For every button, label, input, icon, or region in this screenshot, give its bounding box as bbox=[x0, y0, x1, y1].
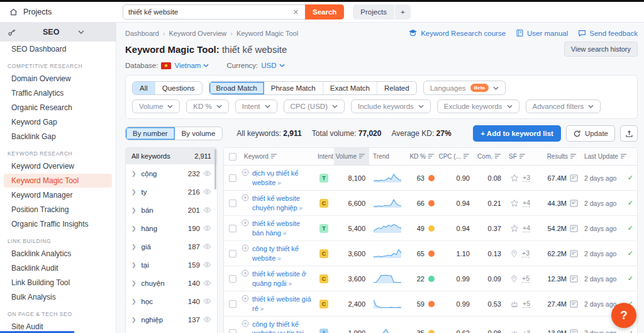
search-input[interactable] bbox=[128, 8, 292, 16]
row-checkbox[interactable] bbox=[229, 300, 236, 308]
add-keyword-icon[interactable] bbox=[242, 194, 249, 201]
serp-icon[interactable] bbox=[570, 225, 578, 232]
filter-dropdown-intent[interactable]: Intent bbox=[235, 99, 277, 113]
keyword-cell[interactable]: công ty thiết kế website uy tín tại tphc… bbox=[240, 317, 314, 333]
sf-count[interactable]: +3 bbox=[523, 174, 530, 182]
sidebar-root-seo[interactable]: SEO bbox=[0, 23, 116, 42]
toggle-by-number[interactable]: By number bbox=[126, 127, 175, 140]
sidebar-item-link-building-tool[interactable]: Link Building Tool bbox=[4, 276, 112, 290]
column-header-trend[interactable]: Trend bbox=[369, 148, 406, 165]
column-header-kd[interactable]: KD % bbox=[406, 148, 438, 165]
projects-dropdown-button[interactable]: Projects bbox=[353, 4, 394, 20]
column-header-cpc[interactable]: CPC (... bbox=[438, 148, 474, 165]
sidebar-item-backlink-gap[interactable]: Backlink Gap bbox=[4, 130, 112, 144]
sf-count[interactable]: +5 bbox=[522, 274, 530, 283]
group-all-keywords[interactable]: All keywords2,911 bbox=[126, 148, 217, 164]
add-to-keyword-list-button[interactable]: + Add to keyword list bbox=[473, 125, 561, 142]
group-item-c-ng[interactable]: ❯cộng232 bbox=[126, 164, 217, 183]
row-checkbox[interactable] bbox=[229, 225, 236, 232]
group-item-b-n[interactable]: ❯bán201 bbox=[126, 201, 217, 219]
add-keyword-icon[interactable] bbox=[242, 169, 249, 176]
column-header-intent[interactable]: Intent bbox=[314, 148, 334, 165]
row-checkbox[interactable] bbox=[229, 174, 236, 182]
sidebar-item-bulk-analysis[interactable]: Bulk Analysis bbox=[4, 290, 112, 304]
keyword-cell[interactable]: công ty thiết kế website» bbox=[240, 241, 314, 266]
breadcrumb-keyword-overview[interactable]: Keyword Overview bbox=[169, 30, 227, 37]
add-keyword-icon[interactable] bbox=[242, 295, 249, 302]
eye-icon[interactable] bbox=[203, 279, 211, 287]
add-project-button[interactable]: + bbox=[395, 4, 411, 20]
row-checkbox[interactable] bbox=[229, 329, 236, 333]
eye-icon[interactable] bbox=[203, 242, 211, 251]
eye-icon[interactable] bbox=[203, 188, 211, 196]
search-button[interactable]: Search bbox=[305, 4, 344, 20]
row-checkbox[interactable] bbox=[229, 200, 236, 207]
filter-dropdown-cpc-usd[interactable]: CPC (USD) bbox=[284, 99, 345, 113]
group-item-t-i[interactable]: ❯tại159 bbox=[126, 256, 217, 274]
tab-broad-match[interactable]: Broad Match bbox=[209, 82, 264, 94]
keyword-cell[interactable]: thiết kế website giá rẻ» bbox=[240, 291, 314, 316]
group-item-ty[interactable]: ❯ty216 bbox=[126, 183, 217, 201]
sidebar-item-keyword-magic-tool[interactable]: Keyword Magic Tool bbox=[4, 174, 112, 188]
group-item-nghi-p[interactable]: ❯nghiệp137 bbox=[126, 310, 217, 329]
group-item-gi[interactable]: ❯giá187 bbox=[126, 237, 217, 256]
database-select[interactable]: Vietnam bbox=[174, 62, 209, 69]
eye-icon[interactable] bbox=[203, 315, 211, 324]
group-item-b-ng[interactable]: ❯bằng110 bbox=[126, 329, 217, 333]
keyword-link[interactable]: thiết kế website giá rẻ» bbox=[252, 295, 311, 313]
filter-dropdown-include-keywords[interactable]: Include keywords bbox=[351, 99, 431, 113]
keyword-link[interactable]: công ty thiết kế website uy tín tại tphc… bbox=[252, 320, 311, 333]
expand-icon[interactable]: » bbox=[260, 305, 264, 312]
breadcrumb-keyword-magic-tool[interactable]: Keyword Magic Tool bbox=[236, 30, 298, 37]
sf-count[interactable]: +5 bbox=[523, 300, 530, 308]
tab-phrase-match[interactable]: Phrase Match bbox=[264, 82, 323, 94]
view-search-history-button[interactable]: View search history bbox=[564, 42, 638, 57]
column-header-com[interactable]: Com. bbox=[474, 148, 505, 165]
group-item-h-c[interactable]: ❯học140 bbox=[126, 292, 217, 310]
sidebar-item-keyword-manager[interactable]: Keyword Manager bbox=[4, 188, 112, 202]
sidebar-item-backlink-audit[interactable]: Backlink Audit bbox=[4, 261, 112, 275]
keyword-cell[interactable]: thiết kế website ở quảng ngãi» bbox=[240, 266, 314, 291]
breadcrumb-dashboard[interactable]: Dashboard bbox=[125, 30, 159, 37]
group-item-chuy-n[interactable]: ❯chuyện140 bbox=[126, 274, 217, 292]
column-header-keyword[interactable]: Keyword bbox=[240, 148, 314, 165]
serp-icon[interactable] bbox=[570, 329, 578, 333]
serp-icon[interactable] bbox=[570, 174, 578, 182]
column-header-last-update[interactable]: Last Update bbox=[580, 148, 637, 165]
serp-icon[interactable] bbox=[570, 250, 578, 257]
languages-dropdown[interactable]: LanguagesBeta bbox=[423, 81, 506, 95]
expand-icon[interactable]: » bbox=[277, 179, 281, 186]
sidebar-item-backlink-analytics[interactable]: Backlink Analytics bbox=[4, 247, 112, 261]
keyword-link[interactable]: công ty thiết kế website» bbox=[252, 244, 311, 262]
expand-icon[interactable]: » bbox=[288, 280, 292, 287]
keyword-cell[interactable]: thiết kế website bán hàng» bbox=[240, 216, 314, 240]
help-button[interactable]: ? bbox=[611, 303, 636, 328]
eye-icon[interactable] bbox=[203, 206, 211, 214]
add-keyword-icon[interactable] bbox=[242, 244, 249, 252]
sidebar-item-keyword-overview[interactable]: Keyword Overview bbox=[4, 159, 112, 173]
keyword-cell[interactable]: thiết kế website chuyên nghiệp» bbox=[240, 191, 314, 215]
sidebar-item-organic-traffic-insights[interactable]: Organic Traffic Insights bbox=[4, 217, 112, 231]
keyword-link[interactable]: thiết kế website chuyên nghiệp» bbox=[252, 194, 311, 212]
header-link-keyword-research-course[interactable]: Keyword Research course bbox=[408, 29, 506, 37]
expand-icon[interactable]: » bbox=[283, 230, 287, 237]
expand-icon[interactable]: » bbox=[277, 255, 281, 262]
eye-icon[interactable] bbox=[203, 169, 211, 178]
tab-exact-match[interactable]: Exact Match bbox=[323, 82, 377, 94]
header-link-user-manual[interactable]: User manual bbox=[516, 29, 568, 37]
sidebar-item-traffic-analytics[interactable]: Traffic Analytics bbox=[4, 86, 112, 100]
currency-select[interactable]: USD bbox=[261, 62, 284, 69]
row-checkbox[interactable] bbox=[229, 275, 236, 283]
group-item-h-ng[interactable]: ❯hàng190 bbox=[126, 219, 217, 237]
sf-count[interactable]: +4 bbox=[523, 199, 530, 207]
serp-icon[interactable] bbox=[570, 200, 578, 207]
tab-all[interactable]: All bbox=[133, 82, 155, 94]
sidebar-item-organic-research[interactable]: Organic Research bbox=[4, 101, 112, 115]
eye-icon[interactable] bbox=[203, 297, 211, 305]
column-header-volume[interactable]: Volume bbox=[334, 148, 369, 165]
groups-scrollbar[interactable] bbox=[214, 149, 216, 189]
add-keyword-icon[interactable] bbox=[242, 219, 249, 227]
add-keyword-icon[interactable] bbox=[242, 269, 249, 277]
serp-icon[interactable] bbox=[570, 300, 578, 308]
clear-search-icon[interactable]: ✕ bbox=[292, 8, 300, 16]
